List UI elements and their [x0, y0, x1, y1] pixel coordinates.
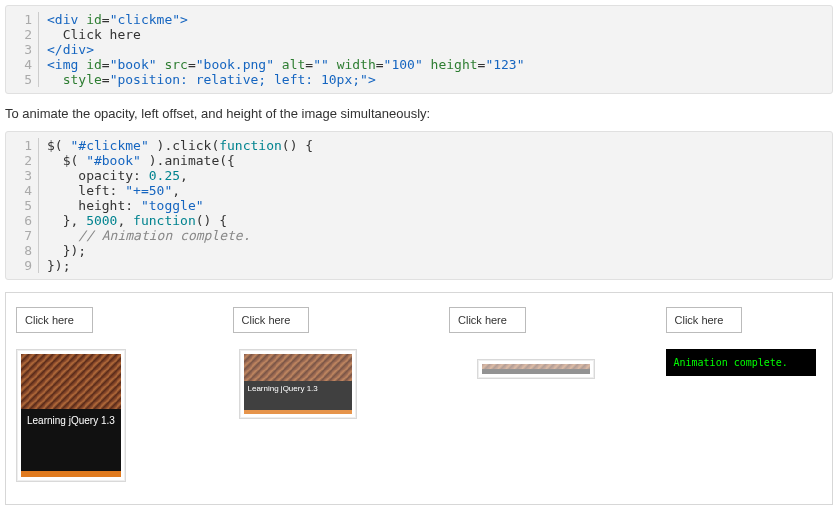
- line-number: 6: [6, 213, 39, 228]
- line-number: 5: [6, 198, 39, 213]
- line-number: 1: [6, 12, 39, 27]
- line-number: 2: [6, 27, 39, 42]
- code-line: Click here: [39, 27, 833, 42]
- book-image-frame: Learning jQuery 1.3: [16, 349, 126, 482]
- line-number: 8: [6, 243, 39, 258]
- line-number: 4: [6, 57, 39, 72]
- book-title: Learning jQuery 1.3: [244, 381, 352, 410]
- code-line: opacity: 0.25,: [39, 168, 833, 183]
- code-line: $( "#clickme" ).click(function() {: [39, 138, 833, 153]
- code-line: <img id="book" src="book.png" alt="" wid…: [39, 57, 833, 72]
- code-block-2: 1$( "#clickme" ).click(function() {2 $( …: [5, 131, 833, 280]
- book-cover: Learning jQuery 1.3: [21, 354, 121, 477]
- code-line: }, 5000, function() {: [39, 213, 833, 228]
- book-image-frame: [477, 359, 595, 379]
- code-table: 1$( "#clickme" ).click(function() {2 $( …: [6, 138, 832, 273]
- code-table: 1<div id="clickme">2 Click here3</div>4<…: [6, 12, 832, 87]
- line-number: 1: [6, 138, 39, 153]
- line-number: 4: [6, 183, 39, 198]
- animation-demo: Click here Learning jQuery 1.3 Click her…: [5, 292, 833, 505]
- book-cover: Learning jQuery 1.3: [244, 354, 352, 414]
- book-cover: [482, 364, 590, 374]
- book-image-frame: Learning jQuery 1.3: [239, 349, 357, 419]
- code-line: style="position: relative; left: 10px;">: [39, 72, 833, 87]
- line-number: 7: [6, 228, 39, 243]
- code-line: // Animation complete.: [39, 228, 833, 243]
- line-number: 9: [6, 258, 39, 273]
- demo-panel-4: Click here Animation complete.: [666, 307, 823, 482]
- demo-panel-2: Click here Learning jQuery 1.3: [233, 307, 390, 482]
- code-line: });: [39, 243, 833, 258]
- code-line: <div id="clickme">: [39, 12, 833, 27]
- animation-complete-box: Animation complete.: [666, 349, 816, 376]
- code-line: left: "+=50",: [39, 183, 833, 198]
- code-block-1: 1<div id="clickme">2 Click here3</div>4<…: [5, 5, 833, 94]
- click-here-button[interactable]: Click here: [449, 307, 526, 333]
- code-line: });: [39, 258, 833, 273]
- click-here-button[interactable]: Click here: [233, 307, 310, 333]
- code-line: $( "#book" ).animate({: [39, 153, 833, 168]
- line-number: 2: [6, 153, 39, 168]
- line-number: 3: [6, 42, 39, 57]
- code-line: height: "toggle": [39, 198, 833, 213]
- click-here-button[interactable]: Click here: [16, 307, 93, 333]
- paragraph: To animate the opacity, left offset, and…: [5, 106, 833, 121]
- line-number: 3: [6, 168, 39, 183]
- demo-panel-1: Click here Learning jQuery 1.3: [16, 307, 173, 482]
- demo-panel-3: Click here: [449, 307, 606, 482]
- book-title: Learning jQuery 1.3: [21, 409, 121, 471]
- line-number: 5: [6, 72, 39, 87]
- code-line: </div>: [39, 42, 833, 57]
- click-here-button[interactable]: Click here: [666, 307, 743, 333]
